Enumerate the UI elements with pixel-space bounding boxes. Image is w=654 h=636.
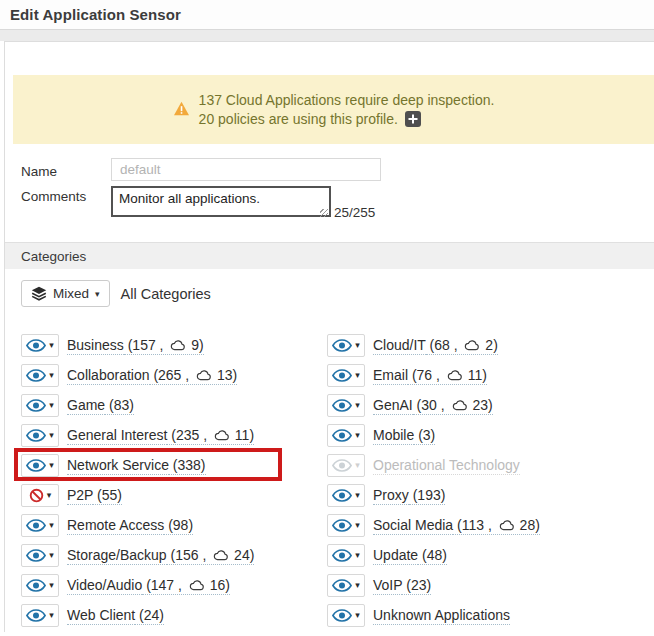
view-mode-dropdown[interactable]: Mixed ▾	[21, 280, 110, 307]
eye-icon	[332, 369, 352, 382]
plus-icon	[408, 114, 418, 124]
comments-input[interactable]: Monitor all applications.	[111, 186, 331, 217]
comments-char-counter: 25/255	[334, 205, 375, 220]
category-row: ▾ Operational Technology	[327, 454, 540, 476]
cloud-icon	[464, 340, 480, 351]
category-action-button[interactable]: ▾	[327, 364, 365, 387]
category-label[interactable]: Mobile (3)	[373, 427, 435, 443]
category-action-button[interactable]: ▾	[327, 454, 365, 477]
chevron-down-icon: ▾	[355, 371, 360, 380]
edit-sensor-panel: 137 Cloud Applications require deep insp…	[4, 41, 654, 632]
view-caption: All Categories	[121, 286, 211, 302]
category-label[interactable]: Web Client (24)	[67, 607, 164, 623]
category-label[interactable]: Update (48)	[373, 547, 447, 563]
chevron-down-icon: ▾	[355, 461, 360, 470]
category-row: ▾ VoIP (23)	[327, 574, 540, 596]
category-row: ▾ Mobile (3)	[327, 424, 540, 446]
category-label[interactable]: Social Media (113 , 28)	[373, 517, 540, 533]
eye-icon	[26, 549, 46, 562]
category-label[interactable]: Email (76 , 11)	[373, 367, 487, 383]
expand-details-button[interactable]	[405, 111, 421, 127]
category-label[interactable]: VoIP (23)	[373, 577, 431, 593]
category-row: ▾ P2P (55)	[21, 484, 327, 506]
categories-section-header: Categories	[5, 242, 654, 269]
category-action-button[interactable]: ▾	[327, 574, 365, 597]
category-label[interactable]: Collaboration (265 , 13)	[67, 367, 237, 383]
category-action-button[interactable]: ▾	[21, 604, 59, 627]
chevron-down-icon: ▾	[49, 431, 54, 440]
category-action-button[interactable]: ▾	[21, 424, 59, 447]
warning-line-2: 20 policies are using this profile.	[199, 110, 398, 129]
category-label[interactable]: GenAI (30 , 23)	[373, 397, 493, 413]
category-action-button[interactable]: ▾	[327, 514, 365, 537]
category-action-button[interactable]: ▾	[327, 544, 365, 567]
category-row: ▾ Proxy (193)	[327, 484, 540, 506]
chevron-down-icon: ▾	[355, 581, 360, 590]
category-row: ▾ Unknown Applications	[327, 604, 540, 626]
category-label[interactable]: Business (157 , 9)	[67, 337, 204, 353]
category-action-button[interactable]: ▾	[327, 604, 365, 627]
category-label[interactable]: Game (83)	[67, 397, 134, 413]
category-action-button[interactable]: ▾	[21, 334, 59, 357]
eye-icon	[26, 369, 46, 382]
page-header: Edit Application Sensor	[0, 0, 654, 30]
chevron-down-icon: ▾	[49, 401, 54, 410]
category-label[interactable]: Remote Access (98)	[67, 517, 193, 533]
name-label: Name	[21, 161, 111, 179]
category-action-button[interactable]: ▾	[21, 514, 59, 537]
eye-icon	[26, 579, 46, 592]
category-row: ▾ Network Service (338)	[21, 454, 327, 476]
category-label[interactable]: Video/Audio (147 , 16)	[67, 577, 230, 593]
category-label[interactable]: Unknown Applications	[373, 607, 510, 623]
category-label[interactable]: Operational Technology	[373, 457, 520, 473]
chevron-down-icon: ▾	[49, 611, 54, 620]
chevron-down-icon: ▾	[47, 491, 52, 500]
comments-label: Comments	[21, 186, 111, 204]
categories-title: Categories	[21, 249, 86, 264]
chevron-down-icon: ▾	[49, 341, 54, 350]
category-action-button[interactable]: ▾	[327, 334, 365, 357]
chevron-down-icon: ▾	[355, 341, 360, 350]
categories-column-left: ▾ Business (157 , 9) ▾ Collaboration (26…	[21, 334, 327, 634]
category-action-button[interactable]: ▾	[327, 424, 365, 447]
category-label[interactable]: Proxy (193)	[373, 487, 445, 503]
category-action-button[interactable]: ▾	[327, 394, 365, 417]
category-action-button[interactable]: ▾	[21, 544, 59, 567]
category-row: ▾ General Interest (235 , 11)	[21, 424, 327, 446]
categories-grid: ▾ Business (157 , 9) ▾ Collaboration (26…	[21, 334, 654, 634]
cloud-icon	[214, 430, 230, 441]
chevron-down-icon: ▾	[49, 371, 54, 380]
category-action-button[interactable]: ▾	[21, 394, 59, 417]
name-input[interactable]	[111, 158, 381, 181]
chevron-down-icon: ▾	[49, 461, 54, 470]
category-row: ▾ Game (83)	[21, 394, 327, 416]
eye-icon	[332, 399, 352, 412]
view-mode-label: Mixed	[53, 286, 89, 301]
eye-icon	[332, 339, 352, 352]
category-label[interactable]: Cloud/IT (68 , 2)	[373, 337, 498, 353]
category-action-button[interactable]: ▾	[327, 484, 365, 507]
category-label[interactable]: P2P (55)	[67, 487, 122, 503]
chevron-down-icon: ▾	[355, 551, 360, 560]
categories-column-right: ▾ Cloud/IT (68 , 2) ▾ Email (76 , 11) ▾ …	[327, 334, 540, 634]
eye-icon	[26, 459, 46, 472]
chevron-down-icon: ▾	[49, 581, 54, 590]
cloud-icon	[452, 400, 468, 411]
category-row: ▾ GenAI (30 , 23)	[327, 394, 540, 416]
category-action-button[interactable]: ▾	[21, 454, 59, 477]
category-action-button[interactable]: ▾	[21, 364, 59, 387]
eye-icon	[332, 429, 352, 442]
category-label[interactable]: General Interest (235 , 11)	[67, 427, 254, 443]
cloud-icon	[170, 340, 186, 351]
category-action-button[interactable]: ▾	[21, 484, 59, 507]
category-row: ▾ Business (157 , 9)	[21, 334, 327, 356]
page-title: Edit Application Sensor	[10, 6, 181, 23]
chevron-down-icon: ▾	[49, 551, 54, 560]
category-row: ▾ Storage/Backup (156 , 24)	[21, 544, 327, 566]
eye-icon	[26, 609, 46, 622]
category-row: ▾ Remote Access (98)	[21, 514, 327, 536]
category-label[interactable]: Network Service (338)	[67, 457, 206, 473]
category-label[interactable]: Storage/Backup (156 , 24)	[67, 547, 254, 563]
category-action-button[interactable]: ▾	[21, 574, 59, 597]
category-view-controls: Mixed ▾ All Categories	[21, 280, 654, 307]
